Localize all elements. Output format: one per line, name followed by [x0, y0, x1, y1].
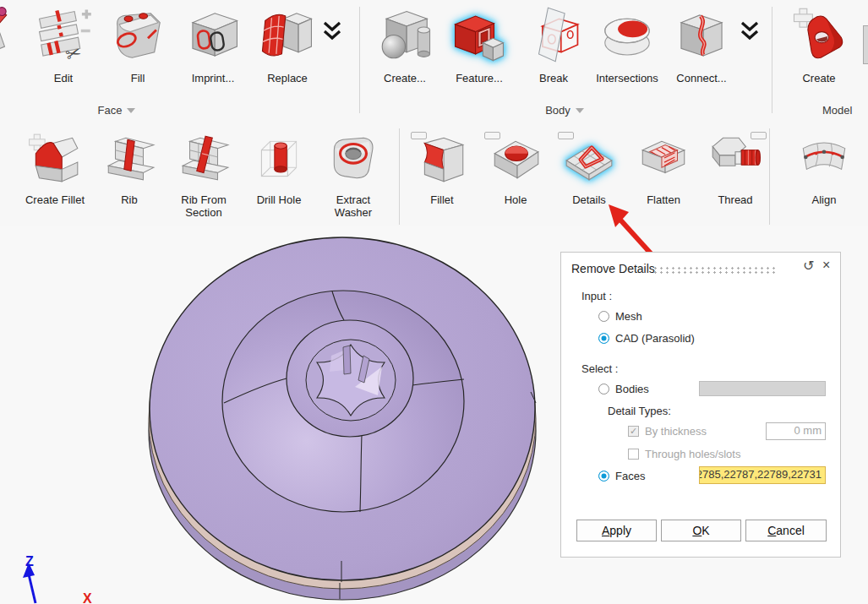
- toolbar-button-imprint[interactable]: Imprint...: [176, 5, 250, 84]
- faces-radio-label[interactable]: Faces: [615, 470, 645, 482]
- toolbar-button-fill[interactable]: Fill: [101, 5, 175, 84]
- axis-triad: Z X: [12, 541, 122, 604]
- ok-button[interactable]: OK: [661, 520, 741, 541]
- toolbar-button-label: Rib From Section: [167, 193, 241, 220]
- group-body[interactable]: Body: [514, 104, 615, 117]
- toolbar-button-label: Fillet: [405, 193, 479, 206]
- replace-icon: [258, 5, 317, 66]
- apply-button-label: A: [602, 524, 609, 537]
- create-fillet-icon: [27, 130, 83, 188]
- toolbar-button-label: Create...: [368, 72, 442, 84]
- toolbar-button-hole[interactable]: Hole: [478, 130, 553, 206]
- toolbar-button-drill-hole[interactable]: Drill Hole: [242, 130, 316, 206]
- toolbar-button-label: Drill Hole: [242, 193, 316, 206]
- draw-pencil-icon: [0, 5, 19, 66]
- thickness-value-field[interactable]: 0 mm: [766, 422, 826, 440]
- group-face-label: Face: [98, 104, 123, 117]
- group-face[interactable]: Face: [66, 104, 167, 117]
- toolbar-button-label: Intersections: [590, 72, 664, 84]
- cancel-button[interactable]: Cancel: [745, 520, 827, 541]
- bodies-radio-label[interactable]: Bodies: [615, 383, 649, 395]
- apply-button-label-rest: pply: [609, 524, 631, 537]
- toolbar-button-label: Thread: [698, 193, 772, 206]
- toolbar-button-extract-washer[interactable]: Extract Washer: [316, 130, 390, 220]
- toolbar-button-label: Hole: [478, 193, 553, 206]
- chevron-down-icon: [576, 108, 584, 113]
- cad-parasolid-radio-label[interactable]: CAD (Parasolid): [615, 332, 695, 345]
- pin-badge: [411, 132, 427, 139]
- detail-types-label: Detail Types:: [608, 405, 671, 417]
- toolbar-button-label: Align: [787, 193, 861, 206]
- break-icon: [524, 5, 583, 66]
- axis-x-label: X: [83, 591, 92, 604]
- chevron-down-icon: [127, 108, 135, 113]
- input-section-label: Input :: [581, 290, 612, 302]
- toolbar-button-create-body[interactable]: Create...: [368, 5, 442, 84]
- toolbar-button-rib-from-section[interactable]: Rib From Section: [167, 130, 241, 220]
- faces-radio[interactable]: [598, 471, 609, 482]
- toolbar-button-break[interactable]: Break: [516, 5, 591, 84]
- bodies-selection-field[interactable]: [699, 381, 826, 396]
- toolbar-button-label: Create Fillet: [18, 193, 92, 206]
- toolbar-button-label: Feature...: [442, 72, 516, 84]
- imprint-icon: [183, 5, 243, 66]
- toolbar-separator: [399, 128, 400, 225]
- cad-parasolid-radio[interactable]: [598, 333, 609, 344]
- group-model[interactable]: Model: [822, 104, 852, 117]
- expand-gallery-chevron[interactable]: [739, 20, 761, 42]
- clipped-icon: [863, 25, 868, 64]
- create-model-icon: [789, 5, 849, 66]
- details-icon-highlighted: [561, 130, 617, 188]
- toolbar-separator: [359, 7, 360, 113]
- rib-from-section-icon: [176, 130, 232, 188]
- dialog-title: Remove Details: [571, 262, 655, 275]
- toolbar-separator: [772, 7, 772, 113]
- checkmark-icon: ✓: [630, 426, 637, 436]
- toolbar-button-intersections[interactable]: Intersections: [590, 5, 664, 84]
- toolbar-button-label: Connect...: [664, 72, 739, 84]
- toolbar-button-replace[interactable]: Replace: [250, 5, 325, 84]
- fill-icon: [108, 5, 167, 66]
- toolbar-button-align[interactable]: Align: [787, 130, 861, 206]
- toolbar-button-thread[interactable]: Thread: [698, 130, 772, 206]
- align-icon: [796, 130, 852, 188]
- fillet-icon: [414, 130, 470, 188]
- pin-badge: [484, 132, 500, 139]
- toolbar-button-create-fillet[interactable]: Create Fillet: [18, 130, 92, 206]
- toolbar-button-fillet[interactable]: Fillet: [405, 130, 479, 206]
- toolbar-button-label: Extract Washer: [316, 193, 390, 220]
- bodies-radio[interactable]: [598, 384, 609, 395]
- toolbar-button-draw-partial[interactable]: w...: [0, 5, 27, 84]
- hole-icon: [488, 130, 543, 188]
- through-holes-label: Through holes/slots: [645, 448, 740, 460]
- toolbar-button-details[interactable]: Details: [552, 130, 626, 206]
- close-icon[interactable]: ×: [822, 258, 830, 273]
- toolbar-button-connect[interactable]: Connect...: [664, 5, 739, 84]
- toolbar-button-rib[interactable]: Rib: [92, 130, 167, 206]
- mesh-radio[interactable]: [598, 311, 609, 322]
- apply-button[interactable]: Apply: [576, 520, 657, 541]
- through-holes-checkbox[interactable]: [628, 449, 639, 460]
- toolbar-button-flatten[interactable]: Flatten: [626, 130, 701, 206]
- drill-hole-icon: [251, 130, 307, 188]
- group-model-label: Model: [822, 104, 852, 117]
- svg-text:✂: ✂: [63, 41, 84, 66]
- toolbar-button-label: Rib: [92, 193, 167, 206]
- toolbar-button-create-model[interactable]: Create: [782, 5, 856, 84]
- extract-washer-icon: [325, 130, 381, 188]
- connect-icon: [672, 5, 731, 66]
- toolbar-button-feature[interactable]: Feature...: [442, 5, 516, 84]
- ok-button-label: O: [692, 524, 701, 537]
- toolbar-separator: [769, 128, 770, 225]
- expand-gallery-chevron[interactable]: [321, 20, 343, 42]
- by-thickness-checkbox[interactable]: ✓: [628, 426, 639, 437]
- 3d-model-knob[interactable]: [142, 230, 543, 604]
- create-body-icon: [375, 5, 434, 66]
- faces-value-field[interactable]: 22785,22787,22789,22731: [699, 466, 826, 484]
- cancel-button-label-rest: ancel: [776, 524, 804, 537]
- remove-details-dialog: Remove Details ↺ × Input : Mesh CAD (Par…: [560, 252, 841, 558]
- drag-handle[interactable]: [652, 266, 778, 274]
- mesh-radio-label[interactable]: Mesh: [615, 310, 642, 323]
- toolbar-button-edit[interactable]: ✂ Edit: [26, 5, 101, 84]
- reset-icon[interactable]: ↺: [803, 258, 814, 274]
